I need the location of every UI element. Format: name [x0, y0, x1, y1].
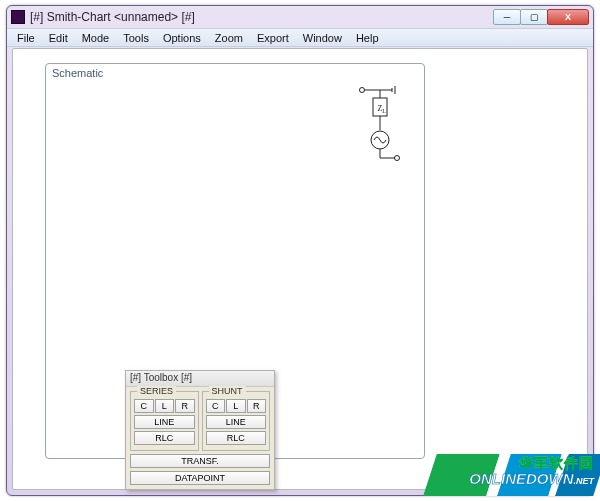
- datapoint-button[interactable]: DATAPOINT: [130, 471, 270, 485]
- shunt-r-button[interactable]: R: [247, 399, 267, 413]
- watermark-text-en: ONLINEDOWN: [469, 470, 573, 487]
- transf-button[interactable]: TRANSF.: [130, 454, 270, 468]
- shunt-rlc-button[interactable]: RLC: [206, 431, 267, 445]
- menu-zoom[interactable]: Zoom: [208, 31, 250, 45]
- minimize-button[interactable]: ─: [493, 9, 521, 25]
- series-legend: SERIES: [137, 386, 176, 396]
- app-window: [#] Smith-Chart <unnamed> [#] ─ ▢ X File…: [6, 5, 594, 496]
- toolbox-window[interactable]: [#] Toolbox [#] SERIES C L R: [125, 370, 275, 490]
- maximize-button[interactable]: ▢: [520, 9, 548, 25]
- menu-tools[interactable]: Tools: [116, 31, 156, 45]
- menu-window[interactable]: Window: [296, 31, 349, 45]
- shunt-group: SHUNT C L R LINE RLC: [202, 391, 271, 451]
- window-title: [#] Smith-Chart <unnamed> [#]: [30, 10, 494, 24]
- watermark-text-cn: 华军软件园: [469, 456, 594, 471]
- menubar: File Edit Mode Tools Options Zoom Export…: [7, 28, 593, 47]
- source-icon[interactable]: [371, 131, 400, 161]
- schematic-panel: Schematic: [45, 63, 425, 459]
- series-c-button[interactable]: C: [134, 399, 154, 413]
- titlebar[interactable]: [#] Smith-Chart <unnamed> [#] ─ ▢ X: [7, 6, 593, 28]
- shunt-legend: SHUNT: [209, 386, 246, 396]
- menu-export[interactable]: Export: [250, 31, 296, 45]
- menu-file[interactable]: File: [10, 31, 42, 45]
- series-l-button[interactable]: L: [155, 399, 175, 413]
- shunt-c-button[interactable]: C: [206, 399, 226, 413]
- series-rlc-button[interactable]: RLC: [134, 431, 195, 445]
- svg-point-12: [395, 156, 400, 161]
- schematic-title: Schematic: [52, 67, 103, 79]
- watermark-text-net: .NET: [573, 476, 594, 486]
- lead-wire-icon: [360, 86, 396, 94]
- app-icon: [11, 10, 25, 24]
- window-controls: ─ ▢ X: [494, 9, 589, 25]
- toolbox-body: SERIES C L R LINE RLC: [126, 387, 274, 489]
- menu-options[interactable]: Options: [156, 31, 208, 45]
- menu-edit[interactable]: Edit: [42, 31, 75, 45]
- svg-point-0: [360, 88, 365, 93]
- circuit-diagram: Z L: [358, 84, 404, 170]
- series-line-button[interactable]: LINE: [134, 415, 195, 429]
- shunt-l-button[interactable]: L: [226, 399, 246, 413]
- shunt-line-button[interactable]: LINE: [206, 415, 267, 429]
- schematic-canvas[interactable]: Z L: [52, 82, 418, 452]
- series-group: SERIES C L R LINE RLC: [130, 391, 199, 451]
- client-area: Schematic: [12, 48, 588, 490]
- menu-mode[interactable]: Mode: [75, 31, 117, 45]
- toolbox-title[interactable]: [#] Toolbox [#]: [126, 371, 274, 387]
- watermark-logo: 华军软件园 ONLINEDOWN.NET: [410, 446, 600, 501]
- menu-help[interactable]: Help: [349, 31, 386, 45]
- series-r-button[interactable]: R: [175, 399, 195, 413]
- svg-text:L: L: [382, 108, 386, 114]
- load-impedance-icon[interactable]: Z L: [373, 90, 387, 130]
- close-button[interactable]: X: [547, 9, 589, 25]
